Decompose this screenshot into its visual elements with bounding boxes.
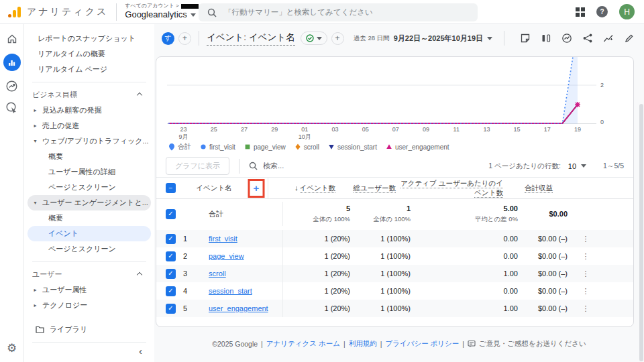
home-icon[interactable] <box>6 33 18 45</box>
sidebar-item[interactable]: 概要 <box>28 149 151 164</box>
settings-gear-icon[interactable]: ⚙ <box>7 343 17 354</box>
row-index: 3 <box>183 269 198 278</box>
chevron-expanded-icon: ▾ <box>32 200 39 206</box>
rows-per-page-value[interactable]: 10 <box>568 162 576 170</box>
account-name: Googleanalytics <box>125 9 187 20</box>
event-name-link[interactable]: session_start <box>209 287 252 295</box>
sidebar-item[interactable]: 概要 <box>28 210 151 226</box>
row-checkbox[interactable]: ✓ <box>166 304 176 314</box>
avatar[interactable]: H <box>619 4 635 19</box>
chart-y-tick-label: 2 <box>600 82 604 88</box>
table-search-input[interactable]: 検索... <box>249 161 284 171</box>
share-icon[interactable] <box>582 33 593 44</box>
help-icon[interactable]: ? <box>596 6 608 17</box>
sidebar-item-label: リアルタイム ページ <box>38 64 107 74</box>
segment-chip[interactable]: す <box>162 32 174 45</box>
event-name-link[interactable]: first_visit <box>209 235 237 243</box>
footer-link-terms[interactable]: 利用規約 <box>349 339 377 349</box>
legend-item[interactable]: user_engagement <box>386 143 449 151</box>
chevron-down-icon <box>487 37 492 40</box>
footer-feedback-link[interactable]: ご意見・ご感想をお送りください <box>479 339 586 349</box>
comparison-icon[interactable] <box>541 33 551 44</box>
apps-grid-icon[interactable] <box>576 7 585 17</box>
sidebar-item[interactable]: リアルタイム ページ <box>28 62 151 77</box>
column-header-event-count[interactable]: ↓イベント数 <box>268 184 335 193</box>
chevron-up-icon[interactable] <box>137 92 142 97</box>
sidebar-item[interactable]: ▾ウェブ/アプリのトラフィック... <box>28 133 151 149</box>
sidebar-item[interactable]: ページとスクリーン <box>28 180 151 195</box>
row-checkbox[interactable]: ✓ <box>166 269 176 279</box>
legend-item[interactable]: first_visit <box>200 143 235 151</box>
sidebar-item[interactable]: ページとスクリーン <box>28 241 151 257</box>
column-header-revenue[interactable]: 合計収益 <box>503 184 553 193</box>
chevron-up-icon[interactable] <box>137 272 142 277</box>
report-title[interactable]: イベント: イベント名 <box>207 32 295 46</box>
sidebar-collapse-icon[interactable]: ‹ <box>139 345 142 357</box>
trend-icon[interactable] <box>603 33 614 44</box>
row-menu-kebab-icon[interactable]: ⋮ <box>576 252 596 261</box>
event-name-link[interactable]: scroll <box>209 269 226 278</box>
sidebar-item[interactable]: ▾ユーザー エンゲージメントと... <box>28 195 151 210</box>
date-range-value[interactable]: 9月22日～2025年10月19日 <box>394 34 483 44</box>
insights-icon[interactable] <box>561 33 572 44</box>
column-header-events-per-user[interactable]: アクティブ ユーザーあたりのイベント数 <box>396 179 503 198</box>
sidebar-item[interactable]: ユーザー属性の詳細 <box>28 164 151 180</box>
sidebar-section-title[interactable]: ビジネス目標 <box>28 87 151 103</box>
analytics-logo-icon[interactable] <box>8 7 21 17</box>
sidebar-item[interactable]: ▸テクノロジー <box>28 298 151 313</box>
explore-icon[interactable] <box>5 101 18 114</box>
column-header-event-name[interactable]: イベント名 <box>183 184 245 193</box>
sidebar-item[interactable]: ▸見込み顧客の発掘 <box>28 103 151 118</box>
sidebar-item[interactable]: ▸ユーザー属性 <box>28 282 151 298</box>
chart-x-tick-label: 0110月 <box>299 126 311 141</box>
row-checkbox[interactable]: ✓ <box>166 209 176 219</box>
pagination-range: 1～5/5 <box>603 162 624 171</box>
sort-desc-icon: ↓ <box>294 184 298 192</box>
search-icon <box>249 162 258 170</box>
row-menu-kebab-icon[interactable]: ⋮ <box>576 304 596 313</box>
sidebar-item[interactable]: リアルタイムの概要 <box>28 46 151 62</box>
event-name-link[interactable]: page_view <box>209 252 244 260</box>
row-menu-kebab-icon[interactable]: ⋮ <box>576 287 596 296</box>
chart-x-tick-label: 17 <box>544 126 551 133</box>
row-checkbox[interactable]: ✓ <box>166 251 176 261</box>
vertical-scrollbar[interactable] <box>639 104 643 361</box>
row-checkbox[interactable]: ✓ <box>166 234 176 244</box>
legend-item[interactable]: scroll <box>294 143 319 151</box>
add-comparison-button[interactable]: + <box>178 32 191 45</box>
add-metric-button[interactable]: + <box>331 32 344 45</box>
footer-link-privacy[interactable]: プライバシー ポリシー <box>385 339 459 349</box>
folder-icon <box>36 326 44 333</box>
legend-item[interactable]: 合計 <box>168 142 191 152</box>
sidebar-item-library[interactable]: ライブラリ <box>28 322 151 337</box>
global-search-input[interactable]: 「行動サマリー」と検索してみてください <box>199 3 478 21</box>
legend-item[interactable]: page_view <box>244 143 286 151</box>
legend-item[interactable]: session_start <box>328 143 377 151</box>
chevron-down-icon[interactable] <box>581 164 586 168</box>
sidebar-item[interactable]: レポートのスナップショット <box>28 31 151 46</box>
data-quality-badge[interactable] <box>301 32 327 45</box>
sidebar-section-title[interactable]: ユーザー <box>28 267 151 282</box>
chevron-expanded-icon: ▾ <box>32 138 39 144</box>
triangle-down-marker-icon <box>328 143 335 151</box>
event-name-link[interactable]: user_engagement <box>209 304 268 312</box>
sidebar-item-label: 売上の促進 <box>42 121 79 131</box>
sidebar-item-selected[interactable]: イベント <box>28 226 151 241</box>
check-circle-icon <box>306 34 314 42</box>
sidebar-item[interactable]: ▸売上の促進 <box>28 118 151 133</box>
reports-icon[interactable] <box>3 54 21 71</box>
show-on-chart-button[interactable]: グラフに表示 <box>166 157 229 175</box>
row-menu-kebab-icon[interactable]: ⋮ <box>576 269 596 278</box>
advertising-icon[interactable] <box>5 80 18 93</box>
notes-icon[interactable] <box>520 33 531 44</box>
row-menu-kebab-icon[interactable]: ⋮ <box>576 235 596 243</box>
cell-event-count: 1 (20%) <box>283 235 350 243</box>
cell-revenue: $0.00 (–) <box>518 252 568 260</box>
cell-events-per-user: 0.00 <box>411 252 518 260</box>
row-checkbox[interactable]: ✓ <box>166 286 176 296</box>
footer-link-analytics-home[interactable]: アナリティクス ホーム <box>266 339 340 349</box>
account-switcher[interactable]: すべてのアカウント > Googleanalytics <box>125 3 198 20</box>
edit-pencil-icon[interactable] <box>624 33 635 44</box>
select-all-checkbox[interactable]: − <box>166 183 176 193</box>
column-header-total-users[interactable]: 総ユーザー数 <box>335 184 396 193</box>
